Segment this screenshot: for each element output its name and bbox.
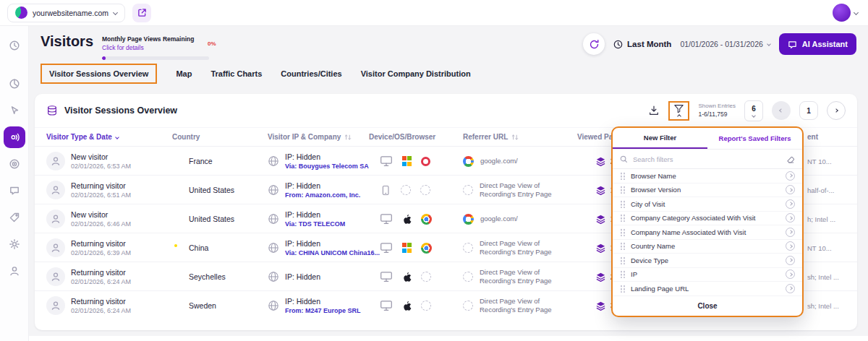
eraser-icon[interactable] <box>786 155 795 163</box>
drag-handle-icon[interactable] <box>620 285 625 293</box>
tab-countries-cities[interactable]: Countries/Cities <box>281 69 341 78</box>
ip-label: IP: Hidden <box>285 239 380 248</box>
quota-details-link[interactable]: Click for details <box>102 44 225 51</box>
column-referrer-url[interactable]: Referrer URL <box>463 133 519 141</box>
referrer-link[interactable]: google.com/ <box>480 215 569 223</box>
visitor-avatar <box>46 267 65 286</box>
column-label: Device/OS/Browser <box>369 133 435 141</box>
drag-handle-icon[interactable] <box>620 172 625 180</box>
visitor-avatar <box>46 296 65 315</box>
refresh-button[interactable] <box>583 33 605 55</box>
open-external-button[interactable] <box>132 4 151 22</box>
filter-option-company-category[interactable]: Company Category Associated With Visit <box>613 212 802 226</box>
add-filter-icon[interactable] <box>786 269 795 279</box>
drag-handle-icon[interactable] <box>620 214 625 222</box>
tag-icon <box>9 212 20 223</box>
drag-handle-icon[interactable] <box>620 228 625 236</box>
unknown-browser-icon <box>421 301 431 311</box>
sidebar-item-account[interactable] <box>4 260 25 282</box>
tab-traffic-charts[interactable]: Traffic Charts <box>210 69 262 78</box>
visitor-type: New visitor <box>71 152 131 161</box>
filter-option-device-type[interactable]: Device Type <box>613 254 802 268</box>
add-filter-icon[interactable] <box>786 228 795 237</box>
date-range-value: 01/01/2026 - 01/31/2026 <box>680 40 762 48</box>
visitor-avatar <box>46 181 65 199</box>
drag-handle-icon[interactable] <box>620 200 625 208</box>
ai-assistant-button[interactable]: AI Assistant <box>779 33 856 55</box>
pagination-next-button[interactable] <box>827 101 846 120</box>
app-window: yourwebsitename.com <box>0 0 868 341</box>
filter-label: Landing Page URL <box>631 285 780 293</box>
date-range-selector[interactable]: 01/01/2026 - 01/31/2026 <box>680 40 770 48</box>
sidebar-item-conversions[interactable] <box>4 153 25 175</box>
quota-progress-bar <box>102 56 209 60</box>
drag-handle-icon[interactable] <box>620 186 625 194</box>
sidebar-rail <box>0 26 29 341</box>
new-filter-tab[interactable]: New Filter <box>613 128 707 149</box>
sidebar-item-settings[interactable] <box>4 233 25 255</box>
company-link[interactable]: Via: TDS TELECOM <box>285 220 345 228</box>
filter-label: Browser Name <box>631 172 780 180</box>
tab-map[interactable]: Map <box>176 69 192 78</box>
filter-search-input[interactable] <box>633 155 781 163</box>
sidebar-item-campaigns[interactable] <box>4 207 25 228</box>
chevron-down-icon <box>752 113 756 118</box>
pagination-page-number[interactable]: 1 <box>799 101 818 120</box>
filter-option-ip[interactable]: IP <box>613 268 802 282</box>
website-selector[interactable]: yourwebsitename.com <box>7 4 125 22</box>
saved-filters-tab[interactable]: Report's Saved Filters <box>707 128 802 149</box>
tab-visitor-sessions-overview[interactable]: Visitor Sessions Overview <box>49 69 148 78</box>
sidebar-item-communication[interactable] <box>4 180 25 202</box>
company-link[interactable]: From: M247 Europe SRL <box>285 307 361 314</box>
filter-option-browser-name[interactable]: Browser Name <box>613 169 802 184</box>
chevron-left-icon <box>779 108 783 113</box>
company-link[interactable]: From: Amazon.com, Inc. <box>285 191 360 199</box>
globe-icon <box>268 242 279 254</box>
column-visitor-type-date[interactable]: Visitor Type & Date <box>46 133 119 141</box>
tab-visitor-company-distribution[interactable]: Visitor Company Distribution <box>361 69 471 78</box>
sidebar-item-dashboard[interactable] <box>4 35 25 56</box>
add-filter-icon[interactable] <box>786 185 795 194</box>
close-button[interactable]: Close <box>613 296 802 316</box>
add-filter-icon[interactable] <box>786 199 795 209</box>
add-filter-icon[interactable] <box>786 171 795 181</box>
chevron-right-icon <box>788 188 793 192</box>
sidebar-item-behaviour[interactable] <box>4 100 25 121</box>
sidebar-item-visitors[interactable] <box>4 126 25 148</box>
sidebar-item-web-analytics[interactable] <box>4 73 25 95</box>
filter-search <box>613 150 802 169</box>
referrer-text: Direct Page View of Recording's Entry Pa… <box>480 268 568 286</box>
filter-option-country-name[interactable]: Country Name <box>613 240 802 254</box>
drag-handle-icon[interactable] <box>620 242 625 250</box>
page-size-select[interactable]: 6 <box>744 100 763 121</box>
chevron-down-icon <box>767 42 771 46</box>
account-menu[interactable] <box>833 4 858 22</box>
add-filter-icon[interactable] <box>786 213 795 223</box>
person-icon <box>50 271 61 282</box>
filter-option-city-of-visit[interactable]: City of Visit <box>613 197 802 212</box>
filter-option-landing-page-url[interactable]: Landing Page URL <box>613 282 802 296</box>
period-selector[interactable]: Last Month <box>613 40 671 49</box>
filter-option-browser-version[interactable]: Browser Version <box>613 184 802 198</box>
referrer-link[interactable]: google.com/ <box>480 157 569 165</box>
visitor-type: Returning visitor <box>71 268 131 277</box>
company-link[interactable]: Via: CHINA UNICOM China16... <box>285 249 380 256</box>
filter-button[interactable] <box>668 101 689 121</box>
add-filter-icon[interactable] <box>786 241 795 251</box>
filter-option-company-name[interactable]: Company Name Associated With Visit <box>613 225 802 240</box>
filter-label: Browser Version <box>631 186 780 194</box>
column-visitor-ip-company[interactable]: Visitor IP & Company <box>268 133 352 141</box>
card-header: Visitor Sessions Overview <box>35 94 857 127</box>
company-link[interactable]: Via: Bouygues Telecom SA <box>285 163 369 170</box>
google-icon <box>463 156 474 167</box>
drag-handle-icon[interactable] <box>620 256 625 264</box>
download-button[interactable] <box>648 105 660 116</box>
add-filter-icon[interactable] <box>786 256 795 265</box>
visit-date: 02/01/2026, 6:51 AM <box>71 191 131 199</box>
drag-handle-icon[interactable] <box>620 270 625 278</box>
person-icon <box>50 242 61 254</box>
page-title: Visitors <box>41 33 93 50</box>
chevron-right-icon <box>788 244 793 249</box>
pagination-prev-button[interactable] <box>772 101 791 120</box>
add-filter-icon[interactable] <box>786 284 795 293</box>
